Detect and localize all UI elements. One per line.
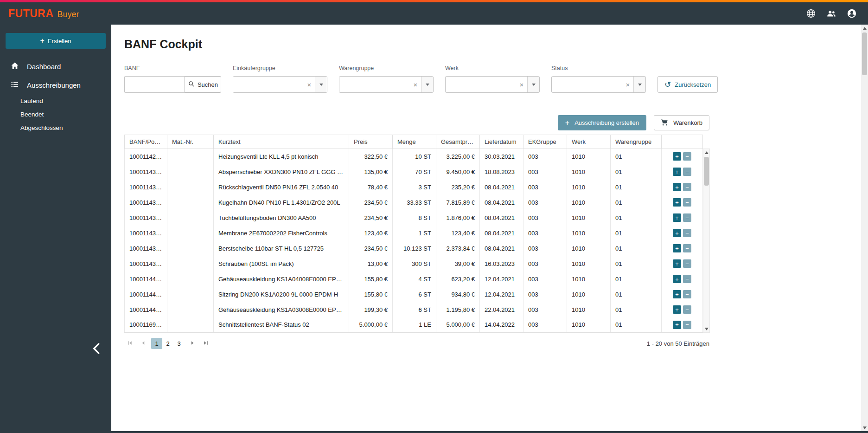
remove-from-cart-button[interactable]: − <box>683 259 691 268</box>
sidebar-collapse-button[interactable] <box>89 341 105 357</box>
remove-from-cart-button[interactable]: − <box>683 229 691 237</box>
cell-actions: +− <box>662 287 703 302</box>
remove-from-cart-button[interactable]: − <box>683 213 691 222</box>
last-page-button[interactable] <box>200 338 211 349</box>
next-page-button[interactable] <box>187 338 198 349</box>
table-scrollbar-thumb[interactable] <box>704 157 709 186</box>
remove-from-cart-button[interactable]: − <box>683 305 691 314</box>
cell-kurztext: Sitzring DN200 KS1A0200 9L 0000 EPDM-H <box>214 287 349 302</box>
scroll-down-icon[interactable] <box>861 424 868 431</box>
banf-input[interactable] <box>124 76 185 93</box>
add-to-cart-button[interactable]: + <box>673 259 681 268</box>
users-icon[interactable] <box>826 8 836 19</box>
scroll-up-icon[interactable] <box>703 149 710 156</box>
remove-from-cart-button[interactable]: − <box>683 168 691 176</box>
dropdown-toggle[interactable] <box>315 77 327 92</box>
add-to-cart-button[interactable]: + <box>673 198 681 207</box>
cell-kurztext: Gehäuseauskleidung KS1A04008E0000 EPDM <box>214 271 349 287</box>
previous-page-button[interactable] <box>138 338 149 349</box>
remove-from-cart-button[interactable]: − <box>683 290 691 298</box>
column-header-ekgruppe[interactable]: EKGruppe <box>523 135 567 149</box>
sidebar-item-laufend[interactable]: Laufend <box>0 94 111 108</box>
add-to-cart-button[interactable]: + <box>673 152 681 161</box>
remove-from-cart-button[interactable]: − <box>683 183 691 191</box>
sidebar-item-beendet[interactable]: Beendet <box>0 108 111 121</box>
brand-suffix: Buyer <box>57 10 79 19</box>
cell-werk: 1010 <box>567 195 611 210</box>
column-header-werk[interactable]: Werk <box>567 135 611 149</box>
clear-icon[interactable]: × <box>516 81 527 89</box>
remove-from-cart-button[interactable]: − <box>683 321 691 329</box>
scroll-down-icon[interactable] <box>703 325 710 332</box>
add-to-cart-button[interactable]: + <box>673 213 681 222</box>
cell-menge: 10.123 ST <box>393 241 436 256</box>
add-to-cart-button[interactable]: + <box>673 168 681 176</box>
column-header-warengruppe[interactable]: Warengruppe <box>611 135 662 149</box>
table-row: 10001144 30Gehäuseauskleidung KS1A03008E… <box>125 302 703 317</box>
dropdown-toggle[interactable] <box>633 77 645 92</box>
remove-from-cart-button[interactable]: − <box>683 152 691 161</box>
cart-icon <box>661 118 669 128</box>
page-scrollbar[interactable] <box>861 25 868 431</box>
column-header-preis[interactable]: Preis <box>349 135 393 149</box>
add-to-cart-button[interactable]: + <box>673 290 681 298</box>
sidebar-item-ausschreibungen[interactable]: Ausschreibungen <box>0 76 111 94</box>
cell-banf-pos: 10001143 20 <box>125 180 167 195</box>
column-header-mat-nr[interactable]: Mat.-Nr. <box>167 135 214 149</box>
reset-filters-button[interactable]: ↺ Zurücksetzen <box>657 76 718 93</box>
cell-kurztext: Absperrschieber XXDN300 PN10 ZFL GGG 78L <box>214 164 349 180</box>
create-button[interactable]: + Erstellen <box>6 33 106 49</box>
page-scrollbar-thumb[interactable] <box>862 32 867 75</box>
cell-kurztext: Rückschlagventil DN50 PN16 ZFL 2.0540 40 <box>214 180 349 195</box>
cell-banf-pos: 10001144 30 <box>125 302 167 317</box>
cell-preis: 234,50 € <box>349 195 393 210</box>
dropdown-toggle[interactable] <box>527 77 539 92</box>
table-scrollbar[interactable] <box>703 149 710 333</box>
sidebar-nav: Dashboard Ausschreibungen Laufend Beende… <box>0 57 111 135</box>
remove-from-cart-button[interactable]: − <box>683 198 691 207</box>
clear-icon[interactable]: × <box>304 81 315 89</box>
remove-from-cart-button[interactable]: − <box>683 244 691 252</box>
sidebar-item-abgeschlossen[interactable]: Abgeschlossen <box>0 121 111 135</box>
column-header-lieferdatum[interactable]: Lieferdatum <box>480 135 523 149</box>
account-icon[interactable] <box>847 8 857 19</box>
column-header-banf-pos[interactable]: BANF/Pos. ... <box>125 135 167 149</box>
cell-lieferdatum: 08.04.2021 <box>480 210 523 226</box>
remove-from-cart-button[interactable]: − <box>683 275 691 283</box>
add-to-cart-button[interactable]: + <box>673 305 681 314</box>
cell-gesamtpreis: 235,20 € <box>436 180 480 195</box>
page-title: BANF Cockpit <box>124 37 709 51</box>
status-input[interactable] <box>552 77 622 92</box>
column-header-menge[interactable]: Menge <box>393 135 436 149</box>
column-header-actions[interactable] <box>662 135 703 149</box>
page-button-3[interactable]: 3 <box>173 338 185 349</box>
page-button-2[interactable]: 2 <box>162 338 173 349</box>
cell-kurztext: Heizungsventil Ltc KLL 4,5 pt konisch <box>214 149 349 164</box>
cell-mat-nr <box>167 287 214 302</box>
einkaeufergruppe-input[interactable] <box>233 77 304 92</box>
column-header-gesamtpreis[interactable]: Gesamtpreis <box>436 135 480 149</box>
werk-input[interactable] <box>446 77 516 92</box>
clear-icon[interactable]: × <box>622 81 633 89</box>
scroll-up-icon[interactable] <box>861 25 868 32</box>
first-page-button[interactable] <box>124 338 135 349</box>
add-to-cart-button[interactable]: + <box>673 275 681 283</box>
add-to-cart-button[interactable]: + <box>673 321 681 329</box>
create-tender-button[interactable]: + Ausschreibung erstellen <box>558 115 646 130</box>
page-button-1[interactable]: 1 <box>151 338 162 349</box>
cart-button[interactable]: Warenkorb <box>654 115 709 130</box>
cell-lieferdatum: 16.03.2023 <box>480 256 523 271</box>
dropdown-toggle[interactable] <box>421 77 433 92</box>
column-header-kurztext[interactable]: Kurztext <box>214 135 349 149</box>
table-row: 10001143 50Membrane 2E670002202 FisherCo… <box>125 226 703 241</box>
cell-werk: 1010 <box>567 302 611 317</box>
clear-icon[interactable]: × <box>410 81 421 89</box>
add-to-cart-button[interactable]: + <box>673 229 681 237</box>
cell-kurztext: Schnittstellentest BANF-Status 02 <box>214 317 349 333</box>
globe-icon[interactable] <box>806 8 816 19</box>
sidebar-item-dashboard[interactable]: Dashboard <box>0 57 111 76</box>
warengruppe-input[interactable] <box>339 77 410 92</box>
search-button[interactable]: Suchen <box>185 76 221 93</box>
add-to-cart-button[interactable]: + <box>673 244 681 252</box>
add-to-cart-button[interactable]: + <box>673 183 681 191</box>
